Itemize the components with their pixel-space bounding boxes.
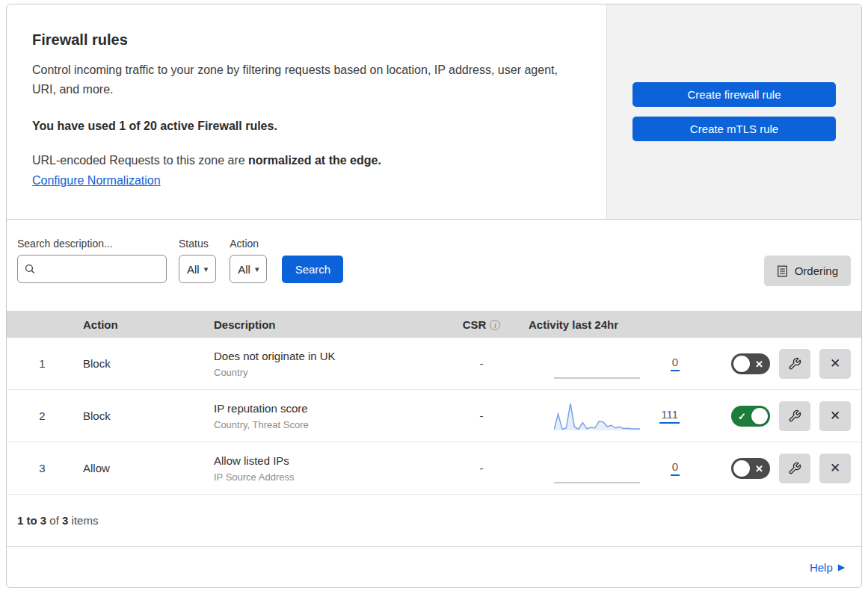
activity-count-link[interactable]: 111	[659, 408, 680, 424]
firewall-rules-card: Firewall rules Control incoming traffic …	[6, 4, 862, 588]
rule-enabled-toggle[interactable]: ✓ ✕	[731, 458, 770, 479]
rule-enabled-toggle[interactable]: ✓ ✕	[731, 353, 770, 374]
rule-action: Allow	[78, 462, 209, 474]
search-label: Search description...	[17, 238, 167, 250]
x-icon: ✕	[830, 356, 840, 371]
pagination-of: of	[49, 514, 59, 527]
toggle-knob	[733, 460, 750, 477]
rule-action: Block	[78, 357, 209, 370]
search-field[interactable]	[17, 255, 167, 283]
header-section: Firewall rules Control incoming traffic …	[7, 4, 861, 220]
pagination-total: 3	[62, 514, 68, 527]
arrow-right-icon: ▶	[838, 562, 845, 572]
page-description: Control incoming traffic to your zone by…	[32, 61, 559, 99]
delete-rule-button[interactable]: ✕	[819, 454, 851, 483]
activity-count-link[interactable]: 0	[671, 460, 680, 476]
search-input[interactable]	[40, 263, 160, 275]
rule-action: Block	[78, 409, 209, 422]
page-title: Firewall rules	[32, 31, 561, 49]
check-icon: ✓	[738, 410, 746, 421]
wrench-icon	[788, 409, 801, 423]
delete-rule-button[interactable]: ✕	[819, 401, 851, 431]
activity-sparkline	[554, 400, 640, 433]
x-icon: ✕	[830, 408, 840, 424]
usage-summary: You have used 1 of 20 active Firewall ru…	[32, 120, 561, 133]
table-row: 1 Block Does not originate in UK Country…	[7, 338, 861, 390]
table-row: 3 Allow Allow listed IPs IP Source Addre…	[7, 442, 861, 495]
filter-bar: Search description... Status All ▾ Actio	[7, 220, 861, 311]
edit-rule-button[interactable]	[779, 401, 810, 431]
configure-normalization-link[interactable]: Configure Normalization	[32, 174, 161, 188]
action-filter-dropdown[interactable]: All ▾	[230, 255, 267, 283]
rule-fields: Country	[214, 367, 448, 378]
wrench-icon	[788, 357, 801, 371]
rule-csr: -	[448, 462, 515, 474]
rule-priority: 2	[7, 409, 78, 422]
rule-csr: -	[448, 409, 515, 422]
header-text-block: Firewall rules Control incoming traffic …	[7, 4, 606, 219]
actions-panel: Create firewall rule Create mTLS rule	[606, 4, 861, 219]
create-firewall-rule-button[interactable]: Create firewall rule	[632, 82, 836, 107]
activity-sparkline	[554, 452, 640, 485]
action-filter-label: Action	[230, 238, 267, 250]
csr-label: CSR	[463, 318, 487, 331]
info-icon[interactable]: i	[490, 320, 500, 330]
status-filter-label: Status	[179, 238, 216, 250]
x-icon: ✕	[755, 358, 763, 369]
activity-sparkline	[554, 347, 640, 380]
action-filter-value: All	[238, 263, 250, 276]
rule-enabled-toggle[interactable]: ✓ ✕	[731, 406, 770, 427]
toggle-knob	[733, 356, 750, 372]
table-header-row: Action Description CSRi Activity last 24…	[7, 311, 861, 338]
x-icon: ✕	[830, 460, 840, 476]
chevron-down-icon: ▾	[255, 264, 259, 274]
normalization-note: URL-encoded Requests to this zone are no…	[32, 154, 561, 167]
search-button[interactable]: Search	[282, 256, 343, 283]
search-icon	[24, 263, 36, 275]
activity-count-link[interactable]: 0	[671, 356, 680, 371]
wrench-icon	[788, 462, 801, 475]
delete-rule-button[interactable]: ✕	[819, 349, 851, 379]
column-header-description: Description	[209, 318, 448, 331]
create-mtls-rule-button[interactable]: Create mTLS rule	[632, 117, 836, 141]
pagination-range: 1 to 3	[17, 514, 46, 527]
rule-fields: Country, Threat Score	[214, 419, 448, 430]
pagination-items: items	[72, 514, 99, 527]
rule-priority: 1	[7, 357, 78, 370]
column-header-activity: Activity last 24hr	[515, 318, 680, 331]
table-row: 2 Block IP reputation score Country, Thr…	[7, 390, 861, 442]
pagination-summary: 1 to 3 of 3 items	[7, 495, 861, 546]
chevron-down-icon: ▾	[204, 264, 209, 274]
ordering-list-icon	[777, 265, 788, 277]
rule-csr: -	[448, 357, 515, 370]
rule-description: IP reputation score	[214, 401, 448, 416]
ordering-button-label: Ordering	[795, 264, 838, 277]
rule-fields: IP Source Address	[214, 471, 448, 483]
help-link-label: Help	[810, 561, 833, 574]
normalization-note-bold: normalized at the edge.	[248, 154, 381, 167]
status-filter-dropdown[interactable]: All ▾	[179, 255, 216, 283]
help-bar: Help ▶	[7, 546, 861, 587]
normalization-note-text: URL-encoded Requests to this zone are	[32, 154, 248, 167]
x-icon: ✕	[755, 462, 763, 474]
toggle-knob	[751, 408, 768, 424]
edit-rule-button[interactable]	[779, 454, 810, 483]
help-link[interactable]: Help ▶	[810, 561, 845, 574]
status-filter-value: All	[187, 263, 200, 276]
ordering-button[interactable]: Ordering	[764, 256, 851, 286]
column-header-action: Action	[78, 318, 209, 331]
edit-rule-button[interactable]	[779, 349, 810, 379]
rule-description: Allow listed IPs	[214, 454, 448, 468]
rule-description: Does not originate in UK	[214, 349, 448, 364]
rule-priority: 3	[7, 462, 78, 474]
column-header-csr: CSRi	[448, 318, 515, 331]
